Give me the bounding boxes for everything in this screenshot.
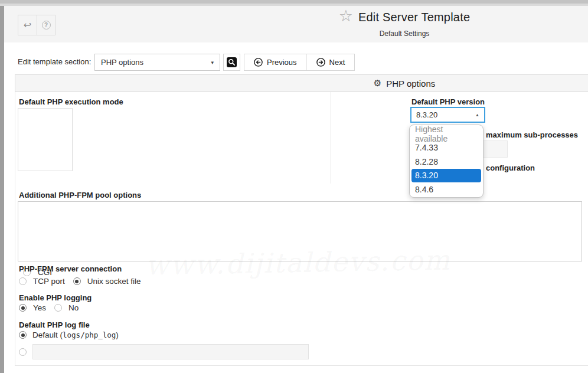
radio-label: TCP port (33, 277, 65, 286)
prev-next-group: Previous Next (244, 54, 355, 71)
dropdown-option-8320-selected[interactable]: 8.3.20 (411, 169, 481, 183)
section-left-border (15, 92, 15, 365)
next-button[interactable]: Next (306, 54, 355, 70)
pool-options-textarea[interactable] (18, 201, 582, 261)
gear-icon: ⚙ (374, 79, 381, 88)
favorite-star-icon[interactable]: ☆ (339, 8, 353, 24)
php-version-label: Default PHP version (411, 97, 485, 106)
page-title: Edit Server Template (358, 11, 470, 24)
page: ↩ ? ☆ Edit Server Template Default Setti… (0, 0, 588, 373)
radio-label: Unix socket file (87, 277, 141, 286)
radio-circle[interactable] (54, 304, 62, 312)
php-logging-radios: Yes No (19, 303, 79, 312)
section-bottom-divider (15, 365, 588, 366)
previous-label: Previous (267, 58, 297, 67)
log-file-custom-input[interactable] (32, 344, 309, 359)
section-jump-button[interactable] (223, 54, 240, 71)
page-subtitle: Default Settings (380, 30, 430, 38)
help-button[interactable]: ? (37, 15, 55, 35)
back-arrow-icon: ↩ (24, 21, 31, 30)
arrow-left-circle-icon (254, 58, 263, 67)
template-section-value: PHP options (101, 58, 211, 67)
radio-logging-no[interactable]: No (54, 303, 79, 312)
pool-options-label: Additional PHP-FPM pool options (19, 191, 141, 199)
radio-tcp-port[interactable]: TCP port (19, 277, 65, 286)
chevron-down-icon: ▾ (211, 60, 214, 66)
radio-label: Yes (33, 303, 46, 312)
radio-circle[interactable] (19, 277, 27, 285)
radio-log-custom[interactable] (19, 348, 27, 356)
back-button[interactable]: ↩ (18, 15, 37, 35)
title-block: ☆ Edit Server Template (339, 10, 471, 24)
max-subprocesses-label: maximum sub-processes (486, 130, 578, 139)
fpm-connection-label: PHP-FPM server connection (19, 264, 122, 273)
previous-button[interactable]: Previous (244, 54, 306, 70)
section-header: ⚙ PHP options (15, 74, 588, 92)
php-logging-label: Enable PHP logging (19, 293, 92, 302)
radio-label: No (68, 303, 79, 312)
sidebar-edge (0, 6, 4, 373)
column-divider (331, 92, 331, 184)
php-version-value: 8.3.20 (416, 110, 475, 119)
exec-mode-box: Disabled FPM FCGI CGI (18, 108, 73, 171)
radio-circle-selected[interactable] (73, 277, 81, 285)
radio-circle-selected[interactable] (19, 304, 27, 312)
chevron-up-icon: ▲ (475, 113, 479, 117)
dropdown-option-846[interactable]: 8.4.6 (410, 182, 483, 197)
radio-circle-selected[interactable] (19, 331, 27, 339)
php-version-select[interactable]: 8.3.20 ▲ (410, 107, 485, 123)
radio-unix-socket[interactable]: Unix socket file (73, 277, 141, 286)
log-file-label: Default PHP log file (19, 320, 90, 329)
exec-mode-label: Default PHP execution mode (19, 97, 123, 106)
next-label: Next (329, 58, 345, 67)
dropdown-option-8228[interactable]: 8.2.28 (410, 155, 483, 169)
header-button-group: ↩ ? (18, 15, 55, 35)
page-header (4, 6, 588, 42)
help-icon: ? (42, 21, 51, 30)
document-search-icon (226, 57, 237, 68)
section-title-block: ⚙ PHP options (374, 78, 436, 89)
log-path-code: logs/php_log (63, 331, 116, 339)
fpm-connection-radios: TCP port Unix socket file (19, 277, 141, 286)
configuration-label: configuration (486, 163, 535, 172)
php-version-dropdown: Highest available 7.4.33 8.2.28 8.3.20 8… (409, 125, 484, 198)
log-default-text: Default (logs/php_log) (32, 331, 119, 339)
radio-logging-yes[interactable]: Yes (19, 303, 46, 312)
template-section-label: Edit template section: (18, 57, 91, 66)
section-title: PHP options (386, 78, 435, 89)
arrow-right-circle-icon (316, 58, 325, 67)
dropdown-option-highest[interactable]: Highest available (410, 127, 483, 141)
template-section-select[interactable]: PHP options ▾ (94, 54, 220, 71)
